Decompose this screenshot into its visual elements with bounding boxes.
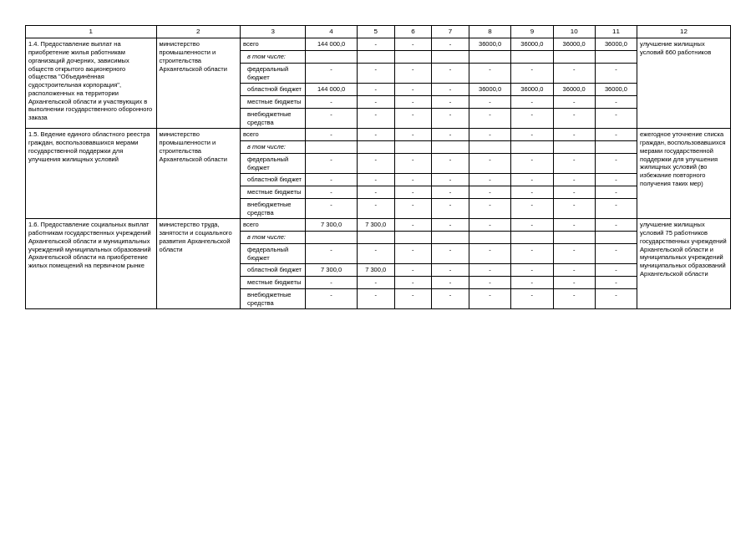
cell-c8: - xyxy=(469,198,510,219)
cell-c5: - xyxy=(357,129,394,141)
cell-c10: - xyxy=(553,288,595,309)
cell-c7 xyxy=(432,51,469,64)
cell-c11 xyxy=(595,141,637,154)
cell-c6: - xyxy=(394,84,432,96)
cell-c8: 36000,0 xyxy=(469,84,510,96)
col-header-1: 1 xyxy=(26,26,157,38)
cell-c10: - xyxy=(553,186,595,199)
budget-label: всего xyxy=(241,219,306,232)
cell-c10: - xyxy=(553,174,595,186)
section-col1-1.6: 1.6. Предоставление социальных выплат ра… xyxy=(26,219,157,309)
cell-c7: - xyxy=(432,198,469,219)
cell-c10 xyxy=(553,141,595,154)
cell-c4: 144 000,0 xyxy=(306,38,357,51)
cell-c8: - xyxy=(469,277,510,289)
budget-label: внебюджетные средства xyxy=(241,198,306,219)
cell-c8: - xyxy=(469,153,510,174)
budget-label: всего xyxy=(241,38,306,51)
cell-c11: - xyxy=(595,153,637,174)
cell-c4: - xyxy=(306,198,357,219)
page: 1 2 3 4 5 6 7 8 9 10 11 12 1.4. Предоста… xyxy=(0,0,756,535)
section-col12-1.4: улучшение жилищных условий 660 работнико… xyxy=(637,38,731,129)
cell-c8: - xyxy=(469,288,510,309)
budget-label: внебюджетные средства xyxy=(241,108,306,129)
cell-c5 xyxy=(357,232,394,244)
cell-c11: - xyxy=(595,108,637,129)
cell-c4: - xyxy=(306,108,357,129)
col-header-4: 4 xyxy=(306,26,357,38)
cell-c11 xyxy=(595,232,637,244)
cell-c10: - xyxy=(553,153,595,174)
cell-c8: 36000,0 xyxy=(469,38,510,51)
cell-c8: - xyxy=(469,186,510,199)
cell-c9: - xyxy=(511,63,553,84)
cell-c10 xyxy=(553,232,595,244)
cell-c7: - xyxy=(432,129,469,141)
cell-c8 xyxy=(469,51,510,64)
cell-c4: - xyxy=(306,243,357,264)
budget-label: в том числе: xyxy=(241,232,306,244)
cell-c6 xyxy=(394,141,432,154)
cell-c5: - xyxy=(357,63,394,84)
col-header-7: 7 xyxy=(432,26,469,38)
cell-c4 xyxy=(306,141,357,154)
table-row: 1.6. Предоставление социальных выплат ра… xyxy=(26,219,731,232)
budget-label: федеральный бюджет xyxy=(241,63,306,84)
cell-c5 xyxy=(357,51,394,64)
cell-c4: - xyxy=(306,129,357,141)
section-col12-1.5: ежегодное уточнение списка граждан, восп… xyxy=(637,129,731,219)
budget-label: областной бюджет xyxy=(241,84,306,96)
col-header-5: 5 xyxy=(357,26,394,38)
cell-c9 xyxy=(511,232,553,244)
cell-c11 xyxy=(595,51,637,64)
col-header-6: 6 xyxy=(394,26,432,38)
col-header-12: 12 xyxy=(637,26,731,38)
col-header-11: 11 xyxy=(595,26,637,38)
cell-c6: - xyxy=(394,198,432,219)
cell-c5: - xyxy=(357,38,394,51)
cell-c11: - xyxy=(595,277,637,289)
cell-c7: - xyxy=(432,96,469,109)
cell-c6: - xyxy=(394,153,432,174)
cell-c8 xyxy=(469,141,510,154)
cell-c10: - xyxy=(553,198,595,219)
table-row: 1.4. Предоставление выплат на приобретен… xyxy=(26,38,731,51)
cell-c5: 7 300,0 xyxy=(357,264,394,277)
cell-c9: - xyxy=(511,186,553,199)
cell-c5: - xyxy=(357,243,394,264)
cell-c10: - xyxy=(553,264,595,277)
cell-c6: - xyxy=(394,277,432,289)
cell-c6: - xyxy=(394,219,432,232)
cell-c6: - xyxy=(394,264,432,277)
cell-c10: - xyxy=(553,63,595,84)
cell-c6 xyxy=(394,232,432,244)
cell-c11: 36000,0 xyxy=(595,38,637,51)
cell-c9: - xyxy=(511,288,553,309)
col-header-9: 9 xyxy=(511,26,553,38)
cell-c6: - xyxy=(394,96,432,109)
cell-c9: - xyxy=(511,96,553,109)
cell-c4: - xyxy=(306,63,357,84)
cell-c8: - xyxy=(469,243,510,264)
cell-c10 xyxy=(553,51,595,64)
cell-c10: - xyxy=(553,243,595,264)
cell-c5: - xyxy=(357,288,394,309)
cell-c8: - xyxy=(469,129,510,141)
cell-c4: - xyxy=(306,277,357,289)
cell-c11: - xyxy=(595,186,637,199)
col-header-8: 8 xyxy=(469,26,510,38)
cell-c8: - xyxy=(469,108,510,129)
cell-c7: - xyxy=(432,288,469,309)
table-row: 1.5. Ведение единого областного реестра … xyxy=(26,129,731,141)
cell-c4: - xyxy=(306,186,357,199)
cell-c9: 36000,0 xyxy=(511,38,553,51)
budget-label: областной бюджет xyxy=(241,264,306,277)
cell-c4: - xyxy=(306,174,357,186)
budget-label: областной бюджет xyxy=(241,174,306,186)
cell-c6: - xyxy=(394,108,432,129)
cell-c4 xyxy=(306,232,357,244)
col-header-10: 10 xyxy=(553,26,595,38)
cell-c4: 144 000,0 xyxy=(306,84,357,96)
cell-c6: - xyxy=(394,186,432,199)
cell-c7 xyxy=(432,232,469,244)
